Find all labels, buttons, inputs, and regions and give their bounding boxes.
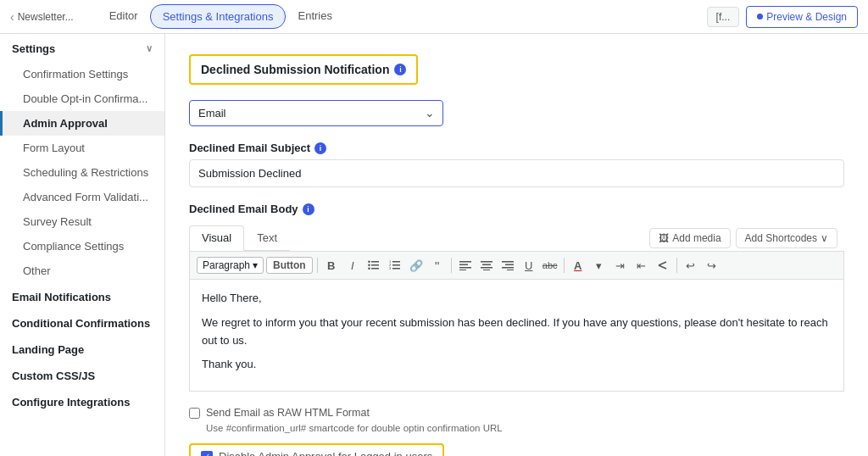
align-center-icon[interactable] [477, 256, 496, 275]
svg-line-24 [659, 262, 666, 265]
link-icon[interactable]: 🔗 [407, 256, 426, 275]
paragraph-chevron-icon: ▾ [253, 259, 258, 271]
section-title-box: Declined Submission Notification i [189, 54, 418, 85]
underline-icon[interactable]: U [520, 256, 538, 275]
tab-visual[interactable]: Visual [189, 225, 244, 251]
body-line-2: We regret to inform you that your recent… [202, 314, 832, 350]
button-btn[interactable]: Button [266, 257, 313, 274]
disable-admin-label: Disable Admin Approval for Logged in use… [219, 450, 432, 456]
body-line-1: Hello There, [202, 290, 832, 308]
add-media-icon: 🖼 [659, 232, 669, 244]
add-shortcodes-button[interactable]: Add Shortcodes ∨ [736, 228, 837, 248]
text-color-icon[interactable]: A [569, 256, 587, 275]
icon-btn[interactable]: [f... [707, 7, 740, 27]
svg-rect-18 [481, 267, 492, 269]
list-ul-icon[interactable] [364, 256, 383, 275]
email-select-group: Email SMS Both [189, 100, 844, 126]
sidebar-item-compliance[interactable]: Compliance Settings [0, 234, 164, 259]
editor-toolbar: Paragraph ▾ Button B I 123 🔗 " [189, 252, 844, 280]
breadcrumb-newsletter[interactable]: Newsletter... [18, 11, 74, 23]
preview-dot-icon [757, 14, 763, 19]
top-bar: ‹ Newsletter... Editor Settings & Integr… [0, 0, 868, 34]
sidebar-item-scheduling[interactable]: Scheduling & Restrictions [0, 160, 164, 185]
tab-settings-integrations[interactable]: Settings & Integrations [150, 4, 287, 29]
sidebar-item-admin-approval[interactable]: Admin Approval [0, 111, 164, 136]
sidebar-section-conditional-confirmations[interactable]: Conditional Confirmations [0, 309, 164, 336]
sidebar-section-configure-integrations[interactable]: Configure Integrations [0, 388, 164, 414]
declined-subject-group: Declined Email Subject i [189, 142, 844, 187]
svg-rect-22 [502, 267, 514, 269]
list-ol-icon[interactable]: 123 [386, 256, 404, 275]
quote-icon[interactable]: " [428, 256, 447, 275]
outdent2-icon[interactable] [654, 256, 672, 275]
declined-subject-label: Declined Email Subject i [189, 142, 844, 154]
content-area: Declined Submission Notification i Email… [165, 34, 868, 456]
main-layout: Settings ∨ Confirmation Settings Double … [0, 34, 868, 456]
svg-point-3 [368, 260, 370, 263]
email-select[interactable]: Email SMS Both [189, 100, 443, 126]
sidebar-item-advanced-form[interactable]: Advanced Form Validati... [0, 185, 164, 209]
toolbar-sep-1 [317, 258, 318, 273]
sidebar-item-survey-result[interactable]: Survey Result [0, 209, 164, 234]
sidebar-item-other[interactable]: Other [0, 259, 164, 283]
svg-rect-19 [483, 270, 490, 270]
svg-rect-13 [459, 264, 468, 266]
svg-rect-12 [459, 261, 471, 263]
sidebar-section-landing-page[interactable]: Landing Page [0, 336, 164, 362]
preview-design-button[interactable]: Preview & Design [746, 6, 858, 28]
send-raw-html-checkbox[interactable] [189, 408, 200, 419]
email-select-wrapper: Email SMS Both [189, 100, 443, 126]
sidebar-group-settings[interactable]: Settings ∨ [0, 34, 164, 62]
section-title: Declined Submission Notification [201, 63, 389, 76]
undo-icon[interactable]: ↩ [682, 256, 700, 275]
back-nav[interactable]: ‹ Newsletter... [10, 10, 74, 24]
declined-body-label: Declined Email Body i [189, 203, 844, 215]
toolbar-sep-2 [451, 258, 452, 273]
redo-icon[interactable]: ↪ [703, 256, 721, 275]
svg-rect-0 [371, 261, 379, 263]
outdent-icon[interactable]: ⇤ [632, 256, 651, 275]
tab-entries[interactable]: Entries [286, 4, 343, 29]
align-right-icon[interactable] [498, 256, 517, 275]
sidebar-item-form-layout[interactable]: Form Layout [0, 136, 164, 160]
sidebar-item-confirmation-settings[interactable]: Confirmation Settings [0, 62, 164, 86]
tab-text[interactable]: Text [244, 225, 290, 250]
sidebar-section-email-notifications[interactable]: Email Notifications [0, 283, 164, 309]
svg-point-4 [368, 264, 370, 266]
editor-body[interactable]: Hello There, We regret to inform you tha… [189, 280, 844, 392]
indent-icon[interactable]: ⇥ [611, 256, 630, 275]
svg-point-5 [368, 267, 370, 270]
svg-rect-20 [502, 261, 514, 263]
svg-rect-6 [392, 261, 400, 263]
editor-media-btns: 🖼 Add media Add Shortcodes ∨ [649, 228, 837, 248]
editor-tabs: Visual Text [189, 225, 290, 251]
svg-rect-23 [507, 270, 514, 270]
subject-info-icon: i [314, 142, 326, 154]
send-raw-html-label[interactable]: Send Email as RAW HTML Format [206, 407, 370, 419]
svg-rect-1 [371, 264, 379, 266]
sidebar-group-chevron-icon: ∨ [146, 43, 153, 54]
strikethrough-icon[interactable]: abc [541, 256, 559, 275]
svg-rect-14 [459, 267, 471, 269]
more-icon[interactable]: ▾ [590, 256, 609, 275]
tab-editor[interactable]: Editor [97, 4, 150, 29]
italic-icon[interactable]: I [343, 256, 362, 275]
toolbar-sep-4 [676, 258, 677, 273]
toolbar-sep-3 [564, 258, 565, 273]
sidebar-item-double-opt-in[interactable]: Double Opt-in Confirma... [0, 86, 164, 111]
svg-line-25 [659, 265, 666, 269]
paragraph-select[interactable]: Paragraph ▾ [197, 257, 264, 274]
disable-admin-checkbox[interactable] [201, 451, 213, 456]
declined-subject-input[interactable] [189, 159, 844, 187]
top-tabs: Editor Settings & Integrations Entries [97, 4, 344, 29]
svg-rect-8 [392, 268, 400, 270]
align-left-icon[interactable] [456, 256, 475, 275]
shortcodes-chevron-icon: ∨ [821, 232, 828, 244]
sidebar: Settings ∨ Confirmation Settings Double … [0, 34, 165, 456]
sidebar-section-custom-css-js[interactable]: Custom CSS/JS [0, 362, 164, 388]
bold-icon[interactable]: B [322, 256, 341, 275]
send-raw-html-row: Send Email as RAW HTML Format [189, 407, 844, 419]
disable-admin-row: Disable Admin Approval for Logged in use… [189, 443, 444, 456]
add-media-button[interactable]: 🖼 Add media [649, 228, 730, 248]
svg-text:3: 3 [389, 266, 392, 270]
